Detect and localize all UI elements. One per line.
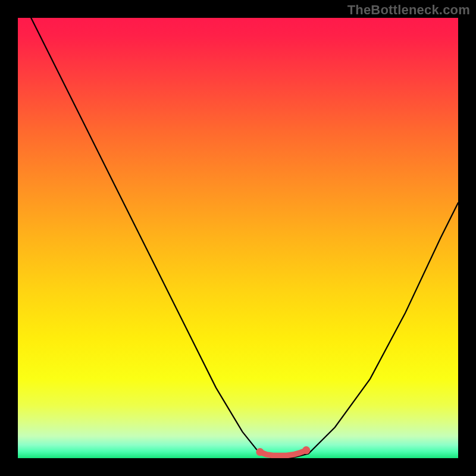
plot-area xyxy=(18,18,458,458)
svg-point-0 xyxy=(256,448,264,456)
watermark-text: TheBottleneck.com xyxy=(347,2,470,18)
main-curve xyxy=(31,18,458,458)
curve-svg xyxy=(18,18,458,458)
svg-point-1 xyxy=(302,446,310,454)
chart-container: TheBottleneck.com xyxy=(0,0,476,476)
flat-highlight xyxy=(256,446,310,456)
